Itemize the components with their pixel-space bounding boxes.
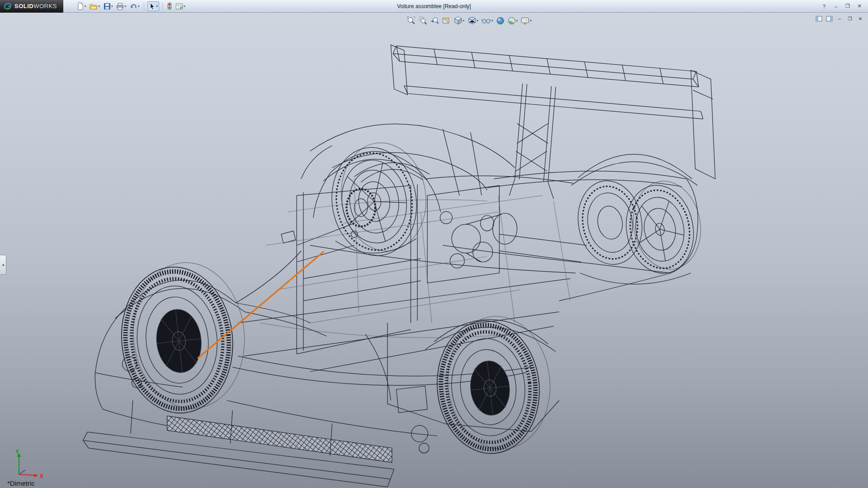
rebuild-traffic-light-icon <box>167 2 172 10</box>
view-orientation-cube-icon <box>454 16 462 25</box>
toolbar-separator <box>144 2 144 10</box>
open-button[interactable]: ▾ <box>88 1 101 11</box>
solidworks-logo: SOLIDWORKS <box>0 0 63 13</box>
help-button[interactable]: ? <box>819 2 829 10</box>
zoom-to-area-button[interactable] <box>418 15 428 26</box>
design-table-dropdown-caret[interactable]: ▾ <box>184 5 185 8</box>
zoom-to-area-icon <box>419 16 427 25</box>
view-orientation-button[interactable]: ▾ <box>453 15 466 26</box>
solidworks-window: SOLIDWORKS ▾ ▾ <box>0 0 868 488</box>
select-dropdown-caret[interactable]: ▾ <box>156 5 158 8</box>
hide-show-caret[interactable]: ▾ <box>491 19 493 22</box>
select-cursor-icon <box>149 3 156 10</box>
hide-show-items-button[interactable]: ▾ <box>481 16 494 26</box>
rear-right-wheels-wireframe[interactable] <box>571 176 708 279</box>
undo-icon <box>130 3 137 10</box>
view-orientation-label: *Dimetric <box>7 479 35 487</box>
apply-scene-icon <box>507 17 515 25</box>
display-style-button[interactable]: ▾ <box>467 15 479 26</box>
save-button[interactable]: ▾ <box>102 1 114 11</box>
print-icon <box>116 3 124 10</box>
save-dropdown-caret[interactable]: ▾ <box>111 5 113 8</box>
apply-scene-caret[interactable]: ▾ <box>516 19 518 22</box>
view-settings-button[interactable]: ▾ <box>520 16 533 26</box>
rebuild-indicator-button[interactable] <box>166 1 173 11</box>
toolbar-separator <box>162 2 163 10</box>
open-dropdown-caret[interactable]: ▾ <box>98 5 100 8</box>
previous-view-button[interactable] <box>429 15 440 26</box>
design-table-button[interactable]: ▾ <box>174 1 187 11</box>
task-pane-toggle-button[interactable] <box>825 15 833 22</box>
hide-show-glasses-icon <box>481 17 491 25</box>
featuremanager-flyout-tab[interactable]: ◂ <box>0 255 6 275</box>
undo-button[interactable]: ▾ <box>128 1 141 11</box>
close-document-button[interactable]: ✕ <box>856 15 864 22</box>
main-toolbar: ▾ ▾ ▾ <box>75 1 187 11</box>
edit-appearance-button[interactable] <box>495 16 505 26</box>
maximize-window-button[interactable]: ❐ <box>843 2 853 10</box>
model-wireframe[interactable] <box>0 13 868 488</box>
close-window-button[interactable]: ✕ <box>854 2 864 10</box>
display-style-cube-icon <box>467 16 476 25</box>
rear-left-wheel-wireframe[interactable] <box>430 311 557 459</box>
edit-appearance-sphere-icon <box>496 17 504 25</box>
left-panel-icon <box>816 16 822 22</box>
title-bar: SOLIDWORKS ▾ ▾ <box>0 0 868 13</box>
restore-document-button[interactable]: ❐ <box>846 15 854 22</box>
new-document-icon <box>76 2 84 10</box>
zoom-to-fit-button[interactable] <box>406 15 416 26</box>
section-view-button[interactable] <box>441 15 452 26</box>
save-icon <box>104 3 111 10</box>
featuremanager-toggle-button[interactable] <box>815 15 823 22</box>
document-window-controls: – ❐ ✕ <box>815 15 864 22</box>
right-panel-icon <box>826 16 833 22</box>
apply-scene-button[interactable]: ▾ <box>506 16 519 26</box>
view-orientation-caret[interactable]: ▾ <box>463 19 465 22</box>
undo-dropdown-caret[interactable]: ▾ <box>138 5 140 8</box>
triad-y-label: Y <box>15 449 19 455</box>
selected-edge[interactable] <box>198 251 324 358</box>
select-tool-button[interactable]: ▾ <box>147 1 159 11</box>
view-settings-caret[interactable]: ▾ <box>530 19 532 22</box>
design-table-icon <box>175 3 183 10</box>
section-view-icon <box>442 16 451 25</box>
display-style-caret[interactable]: ▾ <box>476 19 478 22</box>
new-document-button[interactable]: ▾ <box>75 1 88 11</box>
previous-view-icon <box>430 16 439 25</box>
front-left-wheel-wireframe[interactable] <box>114 257 252 419</box>
collapse-left-icon: ◂ <box>2 263 4 267</box>
print-dropdown-caret[interactable]: ▾ <box>124 5 126 8</box>
heads-up-view-toolbar: ▾ ▾ ▾ <box>404 14 534 27</box>
triad-x-label: X <box>40 473 43 479</box>
window-controls: ? – ❐ ✕ <box>819 2 868 10</box>
ds-logo-icon <box>4 3 12 10</box>
front-right-wheel-wireframe[interactable] <box>325 137 434 261</box>
open-folder-icon <box>90 3 98 10</box>
reference-triad: X Y <box>12 449 50 481</box>
graphics-viewport[interactable]: ▾ ▾ ▾ <box>0 13 868 488</box>
minimize-window-button[interactable]: – <box>831 2 841 10</box>
print-button[interactable]: ▾ <box>115 1 127 11</box>
logo-text: SOLIDWORKS <box>14 3 57 9</box>
zoom-to-fit-icon <box>407 16 415 25</box>
view-settings-icon <box>521 17 529 25</box>
new-dropdown-caret[interactable]: ▾ <box>85 5 86 8</box>
minimize-document-button[interactable]: – <box>835 15 844 22</box>
